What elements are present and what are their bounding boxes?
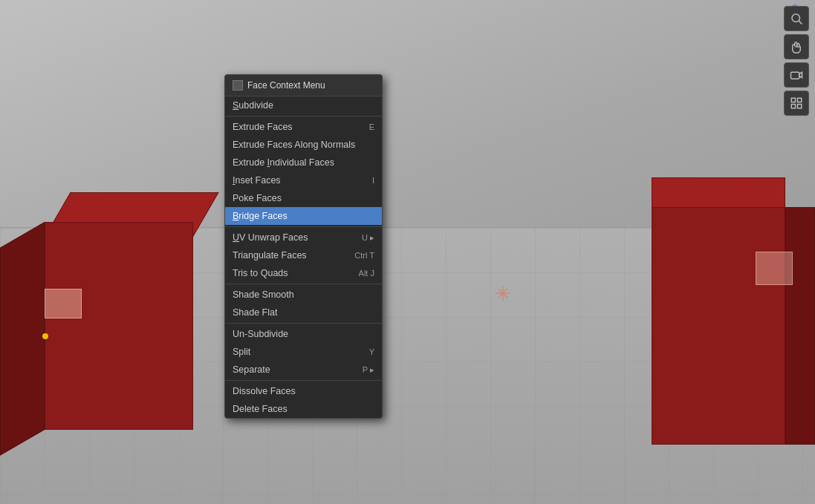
menu-item-extrude-individual[interactable]: Extrude Individual Faces xyxy=(225,154,382,171)
menu-item-delete-faces[interactable]: Delete Faces xyxy=(225,400,382,418)
menu-item-label: Dissolve Faces xyxy=(233,386,296,396)
svg-rect-9 xyxy=(798,98,802,102)
menu-item-split[interactable]: Split Y xyxy=(225,343,382,361)
menu-item-shortcut: E xyxy=(369,122,374,131)
menu-item-label: Extrude Faces Along Normals xyxy=(233,140,355,150)
menu-item-poke-faces[interactable]: Poke Faces xyxy=(225,189,382,207)
svg-rect-11 xyxy=(798,105,802,108)
menu-header-icon xyxy=(233,80,243,91)
red-box-right xyxy=(652,177,815,445)
search-button[interactable] xyxy=(784,6,809,31)
menu-item-label: Triangulate Faces xyxy=(233,250,307,261)
divider-5 xyxy=(225,380,382,381)
menu-header-title: Face Context Menu xyxy=(247,80,325,91)
menu-item-label: Extrude Individual Faces xyxy=(233,157,334,168)
menu-item-label: Split xyxy=(233,347,250,357)
menu-item-shortcut: Ctrl T xyxy=(354,251,374,260)
red-box-right-highlight xyxy=(756,252,793,285)
svg-marker-7 xyxy=(799,72,802,78)
crosshair-cursor xyxy=(494,284,512,302)
svg-rect-10 xyxy=(791,105,795,108)
menu-item-extrude-faces[interactable]: Extrude Faces E xyxy=(225,118,382,136)
menu-item-shortcut: P ▸ xyxy=(363,365,374,375)
menu-item-label: Extrude Faces xyxy=(233,122,293,132)
menu-item-inset-faces[interactable]: Inset Faces I xyxy=(225,171,382,189)
menu-item-shade-flat[interactable]: Shade Flat xyxy=(225,304,382,321)
menu-item-shortcut: U ▸ xyxy=(362,233,374,243)
menu-item-label: Subdivide xyxy=(233,100,273,111)
red-box-left-front xyxy=(45,222,193,430)
svg-line-5 xyxy=(799,21,802,24)
menu-item-label: UV Unwrap Faces xyxy=(233,232,308,243)
face-context-menu: Face Context Menu Subdivide Extrude Face… xyxy=(224,74,383,419)
red-box-right-front xyxy=(652,207,785,445)
menu-item-bridge-faces[interactable]: Bridge Faces xyxy=(225,207,382,225)
menu-item-extrude-along-normals[interactable]: Extrude Faces Along Normals xyxy=(225,136,382,154)
menu-item-dissolve-faces[interactable]: Dissolve Faces xyxy=(225,382,382,400)
menu-item-label: Delete Faces xyxy=(233,404,288,414)
divider-3 xyxy=(225,284,382,284)
menu-item-label: Separate xyxy=(233,364,270,375)
camera-button[interactable] xyxy=(784,62,809,88)
menu-item-tris-to-quads[interactable]: Tris to Quads Alt J xyxy=(225,264,382,282)
menu-item-label: Poke Faces xyxy=(233,193,282,203)
menu-item-triangulate[interactable]: Triangulate Faces Ctrl T xyxy=(225,246,382,264)
svg-point-4 xyxy=(792,14,800,22)
red-box-left-highlight xyxy=(45,289,82,318)
menu-item-un-subdivide[interactable]: Un-Subdivide xyxy=(225,325,382,343)
menu-item-separate[interactable]: Separate P ▸ xyxy=(225,361,382,379)
toolbar-right xyxy=(784,6,809,116)
grab-button[interactable] xyxy=(784,34,809,59)
grid-button[interactable] xyxy=(784,91,809,116)
menu-item-label: Un-Subdivide xyxy=(233,329,288,339)
red-box-left xyxy=(0,192,193,430)
red-box-left-side xyxy=(0,222,45,456)
menu-item-label: Shade Flat xyxy=(233,307,277,318)
svg-rect-6 xyxy=(791,72,799,79)
menu-item-shortcut: Y xyxy=(369,347,374,356)
red-box-right-side xyxy=(785,207,815,445)
divider-2 xyxy=(225,226,382,227)
menu-item-shortcut: I xyxy=(372,176,374,185)
menu-item-subdivide[interactable]: Subdivide xyxy=(225,96,382,114)
divider-4 xyxy=(225,323,382,324)
menu-item-uv-unwrap[interactable]: UV Unwrap Faces U ▸ xyxy=(225,229,382,246)
yellow-dot xyxy=(42,333,48,339)
menu-item-label: Bridge Faces xyxy=(233,211,288,221)
menu-header: Face Context Menu xyxy=(225,75,382,96)
menu-item-shortcut: Alt J xyxy=(359,269,374,278)
menu-item-shade-smooth[interactable]: Shade Smooth xyxy=(225,286,382,304)
divider-1 xyxy=(225,116,382,117)
svg-rect-8 xyxy=(791,98,795,102)
menu-item-label: Tris to Quads xyxy=(233,268,288,278)
menu-item-label: Shade Smooth xyxy=(233,289,294,300)
menu-item-label: Inset Faces xyxy=(233,175,281,186)
